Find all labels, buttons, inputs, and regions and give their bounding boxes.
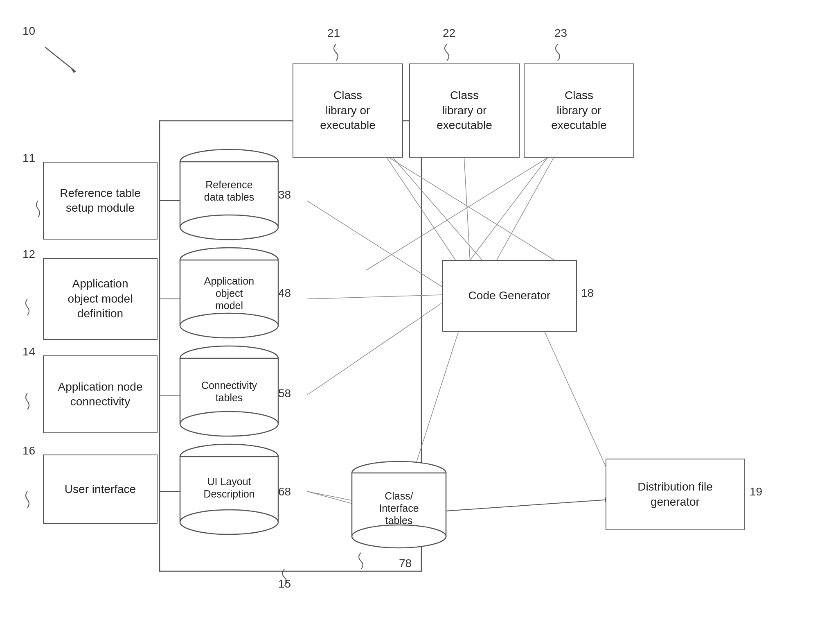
svg-text:tables: tables xyxy=(216,392,243,403)
svg-line-0 xyxy=(45,47,76,72)
svg-text:Application: Application xyxy=(204,275,254,287)
label-78: 78 xyxy=(399,557,412,570)
label-68: 68 xyxy=(278,485,291,498)
class-lib-23-box: Classlibrary orexecutable xyxy=(524,63,634,158)
label-16: 16 xyxy=(23,444,35,457)
code-generator-label: Code Generator xyxy=(468,288,551,303)
dist-file-gen-box: Distribution filegenerator xyxy=(606,459,745,530)
svg-text:model: model xyxy=(215,300,243,311)
svg-line-13 xyxy=(307,303,442,395)
svg-point-47 xyxy=(180,510,278,534)
label-48: 48 xyxy=(278,287,291,300)
ref-data-tables-cylinder: Reference data tables xyxy=(176,147,282,246)
svg-text:Connectivity: Connectivity xyxy=(201,380,257,391)
svg-line-12 xyxy=(307,295,442,299)
label-23: 23 xyxy=(554,27,567,40)
svg-text:Interface: Interface xyxy=(379,502,419,514)
label-14: 14 xyxy=(23,345,35,358)
label-19: 19 xyxy=(750,485,762,498)
dist-file-gen-label: Distribution filegenerator xyxy=(637,479,713,509)
class-lib-21-label: Classlibrary orexecutable xyxy=(320,88,375,133)
svg-point-36 xyxy=(180,313,278,338)
ui-layout-desc-cylinder: UI Layout Description xyxy=(176,442,282,540)
code-generator-box: Code Generator xyxy=(442,260,577,332)
ref-table-setup-label: Reference tablesetup module xyxy=(60,186,141,216)
app-object-model-def-box: Applicationobject modeldefinition xyxy=(43,258,158,340)
label-58: 58 xyxy=(278,387,291,400)
label-10: 10 xyxy=(23,25,35,38)
app-node-connectivity-box: Application nodeconnectivity xyxy=(43,355,158,433)
svg-point-42 xyxy=(180,412,278,436)
class-lib-22-box: Classlibrary orexecutable xyxy=(409,63,520,158)
svg-text:Class/: Class/ xyxy=(385,490,413,502)
app-node-connectivity-label: Application nodeconnectivity xyxy=(58,380,142,409)
app-object-model-def-label: Applicationobject modeldefinition xyxy=(68,276,133,321)
label-18: 18 xyxy=(581,287,594,300)
label-22: 22 xyxy=(443,27,455,40)
svg-point-52 xyxy=(352,525,446,548)
svg-line-24 xyxy=(434,500,610,512)
svg-text:Reference: Reference xyxy=(205,179,252,190)
app-object-model-db-cylinder: Application object model xyxy=(176,246,282,344)
svg-text:data tables: data tables xyxy=(204,191,254,203)
svg-line-11 xyxy=(307,201,442,287)
ref-table-setup-box: Reference tablesetup module xyxy=(43,162,158,240)
svg-text:UI Layout: UI Layout xyxy=(207,476,251,487)
class-lib-21-box: Classlibrary orexecutable xyxy=(293,63,403,158)
label-12: 12 xyxy=(23,248,35,261)
svg-text:tables: tables xyxy=(385,515,413,526)
svg-marker-1 xyxy=(70,68,76,73)
label-38: 38 xyxy=(278,188,291,201)
label-21: 21 xyxy=(327,27,340,40)
label-15: 15 xyxy=(278,577,291,590)
class-lib-23-label: Classlibrary orexecutable xyxy=(551,88,606,133)
class-lib-22-label: Classlibrary orexecutable xyxy=(437,88,492,133)
svg-point-31 xyxy=(180,215,278,240)
class-interface-tables-cylinder: Class/ Interface tables xyxy=(348,459,450,557)
svg-text:Description: Description xyxy=(203,488,254,500)
connectivity-tables-cylinder: Connectivity tables xyxy=(176,344,282,442)
user-interface-label: User interface xyxy=(65,482,136,497)
user-interface-box: User interface xyxy=(43,455,158,524)
diagram-container: 10 Reference tablesetup module 11 Applic… xyxy=(0,0,840,640)
svg-text:object: object xyxy=(216,287,243,299)
label-11: 11 xyxy=(23,152,35,165)
